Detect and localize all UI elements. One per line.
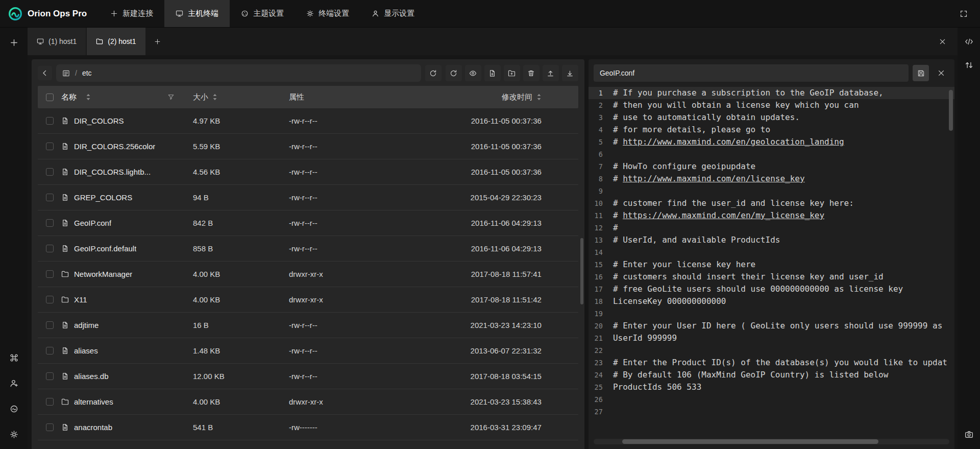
left-rail (0, 28, 28, 449)
code-line: 5# http://www.maxmind.com/en/geolocation… (589, 136, 954, 148)
sort-modified-carets-icon[interactable] (536, 93, 542, 101)
table-row[interactable] (38, 440, 578, 449)
breadcrumb[interactable]: / etc (56, 64, 421, 82)
new-file-button[interactable] (484, 65, 501, 81)
editor-close-button[interactable] (933, 65, 949, 81)
row-checkbox[interactable] (46, 143, 54, 150)
row-checkbox[interactable] (46, 347, 54, 355)
tab-list: (1) host1(2) host1 (28, 28, 146, 55)
tab-bar: (1) host1(2) host1 (28, 28, 958, 55)
download-button[interactable] (562, 65, 578, 81)
table-row[interactable]: X114.00 KBdrwxr-xr-x2017-08-18 11:51:42 (38, 287, 578, 313)
row-checkbox[interactable] (46, 168, 54, 176)
select-all-checkbox[interactable] (46, 93, 54, 101)
code-editor[interactable]: 1# If you purchase a subscription to the… (589, 86, 954, 437)
nav-item-4[interactable]: 终端设置 (295, 0, 360, 27)
table-row[interactable]: aliases1.48 KB-rw-r--r--2013-06-07 22:31… (38, 338, 578, 364)
sort-name-carets-icon[interactable] (86, 93, 91, 101)
row-checkbox[interactable] (46, 219, 54, 227)
row-checkbox[interactable] (46, 321, 54, 329)
file-size: 4.00 KB (193, 270, 289, 278)
user-add-button[interactable] (5, 374, 22, 392)
plus-icon (154, 38, 161, 45)
refresh-button[interactable] (446, 65, 462, 81)
settings-icon (10, 430, 18, 439)
nav-item-2[interactable]: 主机终端 (164, 0, 230, 27)
table-row[interactable]: GREP_COLORS94 B-rw-r--r--2015-04-29 22:3… (38, 185, 578, 210)
line-number: 17 (589, 283, 609, 295)
table-row[interactable]: DIR_COLORS4.97 KB-rw-r--r--2016-11-05 00… (38, 108, 578, 134)
eye-button[interactable] (465, 65, 481, 81)
table-row[interactable]: GeoIP.conf.default858 B-rw-r--r--2016-11… (38, 236, 578, 262)
file-table-body: DIR_COLORS4.97 KB-rw-r--r--2016-11-05 00… (38, 108, 578, 449)
nav-item-5[interactable]: 显示设置 (360, 0, 426, 27)
code-line: 2# then you will obtain a license key wh… (589, 99, 954, 111)
save-button[interactable] (913, 65, 929, 81)
refresh-button[interactable] (425, 65, 442, 81)
new-folder-button[interactable] (504, 65, 520, 81)
sort-size-carets-icon[interactable] (212, 93, 217, 101)
row-checkbox[interactable] (46, 270, 54, 278)
trash-button[interactable] (523, 65, 540, 81)
add-tab-button[interactable] (146, 28, 169, 55)
line-number: 15 (589, 258, 609, 271)
code-button[interactable] (960, 33, 977, 50)
editor-horizontal-scrollbar[interactable] (594, 439, 949, 444)
table-row[interactable]: adjtime16 B-rw-r--r--2021-03-23 14:23:10 (38, 313, 578, 338)
file-size: 94 B (193, 193, 289, 202)
file-size: 4.97 KB (193, 116, 289, 125)
editor-header: GeoIP.conf (589, 59, 954, 86)
row-checkbox[interactable] (46, 117, 54, 125)
row-checkbox[interactable] (46, 296, 54, 303)
line-number: 6 (589, 148, 609, 160)
file-attr: drwxr-xr-x (289, 295, 432, 304)
table-row[interactable]: DIR_COLORS.lightb...4.56 KB-rw-r--r--201… (38, 159, 578, 185)
file-list-scrollbar[interactable] (580, 238, 583, 304)
row-checkbox[interactable] (46, 423, 54, 431)
nav-item-3[interactable]: 主题设置 (230, 0, 295, 27)
table-row[interactable]: aliases.db12.00 KB-rw-r--r--2017-08-18 0… (38, 364, 578, 389)
table-row[interactable]: anacrontab541 B-rw-------2016-03-31 23:0… (38, 415, 578, 440)
line-number: 23 (589, 357, 609, 369)
line-number: 1 (589, 87, 609, 99)
code-link[interactable]: http://www.maxmind.com/en/license_key (623, 174, 804, 183)
table-row[interactable]: alternatives4.00 KBdrwxr-xr-x2021-03-23 … (38, 389, 578, 415)
breadcrumb-path[interactable]: etc (82, 69, 92, 77)
nav-item-1[interactable]: 新建连接 (99, 0, 164, 27)
row-checkbox[interactable] (46, 194, 54, 201)
file-table: 名称 大小 属性 修改 (38, 86, 578, 449)
editor-filename-field[interactable]: GeoIP.conf (594, 64, 909, 82)
editor-vertical-scrollbar[interactable] (949, 90, 953, 131)
code-link[interactable]: https://www.maxmind.com/en/my_license_ke… (623, 210, 824, 220)
command-button[interactable] (5, 349, 22, 366)
filter-icon[interactable] (167, 93, 175, 101)
row-checkbox[interactable] (46, 398, 54, 406)
scrollbar-thumb[interactable] (622, 439, 878, 444)
tab-2[interactable]: (2) host1 (87, 28, 145, 55)
panel-close-button[interactable] (934, 33, 950, 50)
camera-button[interactable] (960, 426, 977, 443)
file-modified: 2016-03-31 23:09:47 (432, 423, 578, 432)
brand-button[interactable] (5, 400, 22, 417)
row-checkbox[interactable] (46, 372, 54, 380)
table-row[interactable]: NetworkManager4.00 KBdrwxr-xr-x2017-08-1… (38, 262, 578, 287)
plus-icon (110, 10, 118, 17)
table-row[interactable]: DIR_COLORS.256color5.59 KB-rw-r--r--2016… (38, 134, 578, 159)
settings-button[interactable] (5, 426, 22, 443)
code-line: 11# https://www.maxmind.com/en/my_licens… (589, 209, 954, 222)
file-attr: -rw-r--r-- (289, 168, 432, 176)
fullscreen-button[interactable] (955, 6, 972, 22)
plus-icon (10, 38, 18, 47)
upload-button[interactable] (543, 65, 559, 81)
table-row[interactable]: GeoIP.conf842 B-rw-r--r--2016-11-06 04:2… (38, 210, 578, 236)
swap-vertical-button[interactable] (960, 56, 977, 74)
code-link[interactable]: http://www.maxmind.com/en/geolocation_la… (623, 137, 844, 147)
plus-button[interactable] (5, 34, 22, 51)
line-number: 4 (589, 124, 609, 136)
file-icon (61, 372, 69, 380)
file-name: GeoIP.conf.default (74, 244, 136, 253)
file-icon (61, 194, 69, 201)
row-checkbox[interactable] (46, 245, 54, 252)
tab-1[interactable]: (1) host1 (28, 28, 86, 55)
back-button[interactable] (38, 66, 52, 80)
